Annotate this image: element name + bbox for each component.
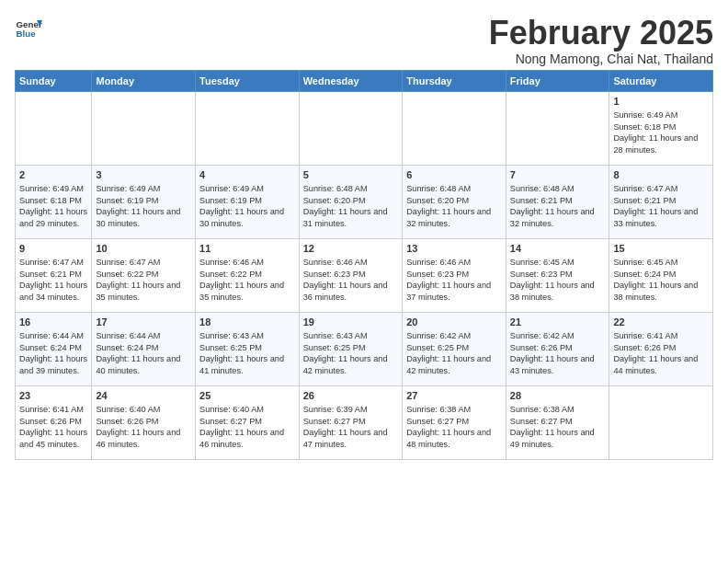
day-cell: 5Sunrise: 6:48 AM Sunset: 6:20 PM Daylig… [299,165,403,238]
day-cell [16,91,92,165]
day-cell: 10Sunrise: 6:47 AM Sunset: 6:22 PM Dayli… [92,238,196,312]
day-info: Sunrise: 6:49 AM Sunset: 6:19 PM Dayligh… [96,183,191,229]
weekday-header-saturday: Saturday [609,70,713,91]
day-number: 27 [406,389,502,403]
day-number: 6 [406,168,502,182]
day-info: Sunrise: 6:48 AM Sunset: 6:20 PM Dayligh… [406,183,502,229]
day-cell: 24Sunrise: 6:40 AM Sunset: 6:26 PM Dayli… [92,385,196,459]
day-number: 15 [613,242,709,256]
day-number: 22 [613,316,709,329]
weekday-header-monday: Monday [92,70,196,91]
day-number: 25 [199,389,295,403]
day-number: 28 [510,389,606,403]
day-cell: 9Sunrise: 6:47 AM Sunset: 6:21 PM Daylig… [16,238,92,312]
day-number: 21 [510,316,606,329]
day-cell: 21Sunrise: 6:42 AM Sunset: 6:26 PM Dayli… [506,312,609,385]
weekday-header-row: SundayMondayTuesdayWednesdayThursdayFrid… [16,70,713,91]
day-info: Sunrise: 6:42 AM Sunset: 6:25 PM Dayligh… [406,330,502,376]
day-number: 2 [19,168,87,182]
day-number: 18 [199,316,295,329]
day-number: 19 [303,316,399,329]
day-number: 11 [199,242,295,256]
day-number: 1 [613,95,709,109]
page-header: General Blue February 2025 Nong Mamong, … [15,15,713,66]
svg-text:Blue: Blue [17,29,37,39]
day-info: Sunrise: 6:46 AM Sunset: 6:22 PM Dayligh… [199,257,295,303]
day-info: Sunrise: 6:38 AM Sunset: 6:27 PM Dayligh… [510,404,606,450]
day-info: Sunrise: 6:41 AM Sunset: 6:26 PM Dayligh… [613,330,709,376]
calendar-title: February 2025 [489,15,713,52]
day-number: 16 [19,316,87,329]
day-number: 14 [510,242,606,256]
day-info: Sunrise: 6:48 AM Sunset: 6:21 PM Dayligh… [510,183,606,229]
day-info: Sunrise: 6:43 AM Sunset: 6:25 PM Dayligh… [303,330,399,376]
day-number: 5 [303,168,399,182]
weekday-header-friday: Friday [506,70,609,91]
logo-icon: General Blue [15,15,42,42]
day-info: Sunrise: 6:47 AM Sunset: 6:21 PM Dayligh… [19,257,87,303]
day-cell: 25Sunrise: 6:40 AM Sunset: 6:27 PM Dayli… [196,385,300,459]
day-cell: 7Sunrise: 6:48 AM Sunset: 6:21 PM Daylig… [506,165,609,238]
day-number: 4 [199,168,295,182]
day-info: Sunrise: 6:40 AM Sunset: 6:26 PM Dayligh… [96,404,191,450]
day-info: Sunrise: 6:49 AM Sunset: 6:19 PM Dayligh… [199,183,295,229]
day-cell: 2Sunrise: 6:49 AM Sunset: 6:18 PM Daylig… [16,165,92,238]
day-cell [403,91,506,165]
week-row-4: 23Sunrise: 6:41 AM Sunset: 6:26 PM Dayli… [16,385,713,459]
day-cell [196,91,300,165]
day-info: Sunrise: 6:46 AM Sunset: 6:23 PM Dayligh… [406,257,502,303]
day-number: 12 [303,242,399,256]
logo-area: General Blue [15,15,46,42]
weekday-header-wednesday: Wednesday [299,70,403,91]
day-cell: 11Sunrise: 6:46 AM Sunset: 6:22 PM Dayli… [196,238,300,312]
day-cell: 20Sunrise: 6:42 AM Sunset: 6:25 PM Dayli… [403,312,506,385]
day-info: Sunrise: 6:46 AM Sunset: 6:23 PM Dayligh… [303,257,399,303]
day-cell: 26Sunrise: 6:39 AM Sunset: 6:27 PM Dayli… [299,385,403,459]
calendar-subtitle: Nong Mamong, Chai Nat, Thailand [489,52,713,66]
day-cell: 27Sunrise: 6:38 AM Sunset: 6:27 PM Dayli… [403,385,506,459]
day-cell: 18Sunrise: 6:43 AM Sunset: 6:25 PM Dayli… [196,312,300,385]
weekday-header-thursday: Thursday [403,70,506,91]
weekday-header-tuesday: Tuesday [196,70,300,91]
day-cell: 3Sunrise: 6:49 AM Sunset: 6:19 PM Daylig… [92,165,196,238]
day-cell: 17Sunrise: 6:44 AM Sunset: 6:24 PM Dayli… [92,312,196,385]
day-info: Sunrise: 6:43 AM Sunset: 6:25 PM Dayligh… [199,330,295,376]
day-info: Sunrise: 6:44 AM Sunset: 6:24 PM Dayligh… [19,330,87,376]
day-cell [609,385,713,459]
day-info: Sunrise: 6:40 AM Sunset: 6:27 PM Dayligh… [199,404,295,450]
week-row-3: 16Sunrise: 6:44 AM Sunset: 6:24 PM Dayli… [16,312,713,385]
day-info: Sunrise: 6:48 AM Sunset: 6:20 PM Dayligh… [303,183,399,229]
day-info: Sunrise: 6:45 AM Sunset: 6:24 PM Dayligh… [613,257,709,303]
day-cell: 1Sunrise: 6:49 AM Sunset: 6:18 PM Daylig… [609,91,713,165]
day-info: Sunrise: 6:44 AM Sunset: 6:24 PM Dayligh… [96,330,191,376]
day-cell: 14Sunrise: 6:45 AM Sunset: 6:23 PM Dayli… [506,238,609,312]
day-number: 3 [96,168,191,182]
day-cell: 19Sunrise: 6:43 AM Sunset: 6:25 PM Dayli… [299,312,403,385]
day-number: 9 [19,242,87,256]
day-cell [506,91,609,165]
day-cell: 8Sunrise: 6:47 AM Sunset: 6:21 PM Daylig… [609,165,713,238]
day-info: Sunrise: 6:49 AM Sunset: 6:18 PM Dayligh… [613,109,709,155]
week-row-2: 9Sunrise: 6:47 AM Sunset: 6:21 PM Daylig… [16,238,713,312]
day-cell: 13Sunrise: 6:46 AM Sunset: 6:23 PM Dayli… [403,238,506,312]
weekday-header-sunday: Sunday [16,70,92,91]
day-cell [299,91,403,165]
day-cell: 23Sunrise: 6:41 AM Sunset: 6:26 PM Dayli… [16,385,92,459]
day-cell: 15Sunrise: 6:45 AM Sunset: 6:24 PM Dayli… [609,238,713,312]
day-cell: 6Sunrise: 6:48 AM Sunset: 6:20 PM Daylig… [403,165,506,238]
day-cell: 4Sunrise: 6:49 AM Sunset: 6:19 PM Daylig… [196,165,300,238]
day-number: 10 [96,242,191,256]
day-info: Sunrise: 6:42 AM Sunset: 6:26 PM Dayligh… [510,330,606,376]
week-row-1: 2Sunrise: 6:49 AM Sunset: 6:18 PM Daylig… [16,165,713,238]
day-info: Sunrise: 6:47 AM Sunset: 6:22 PM Dayligh… [96,257,191,303]
day-info: Sunrise: 6:41 AM Sunset: 6:26 PM Dayligh… [19,404,87,450]
day-cell [92,91,196,165]
day-number: 13 [406,242,502,256]
calendar-table: SundayMondayTuesdayWednesdayThursdayFrid… [15,70,713,460]
day-number: 7 [510,168,606,182]
day-cell: 16Sunrise: 6:44 AM Sunset: 6:24 PM Dayli… [16,312,92,385]
day-number: 23 [19,389,87,403]
day-cell: 28Sunrise: 6:38 AM Sunset: 6:27 PM Dayli… [506,385,609,459]
day-number: 17 [96,316,191,329]
week-row-0: 1Sunrise: 6:49 AM Sunset: 6:18 PM Daylig… [16,91,713,165]
